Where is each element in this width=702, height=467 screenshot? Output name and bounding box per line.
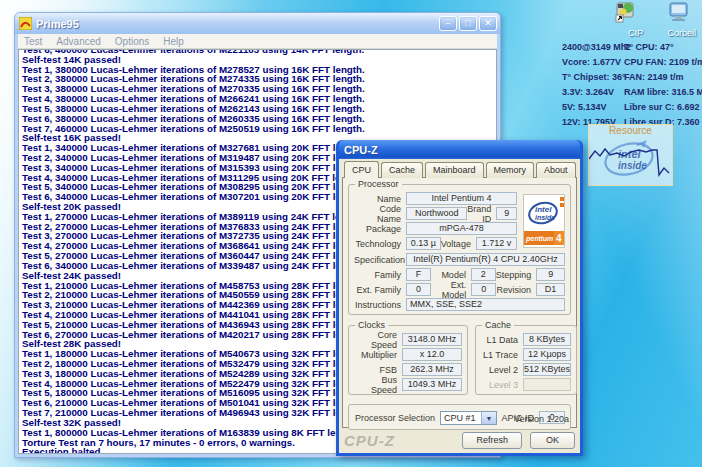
fsb-value: 262.3 MHz: [402, 363, 462, 376]
resource-widget: Resource intel inside: [588, 124, 673, 186]
sensor-line: RAM libre: 316.5 Mo: [624, 85, 702, 100]
name-value: Intel Pentium 4: [406, 192, 517, 205]
cpuz-footer-logo: CPU-Z: [344, 432, 454, 449]
cache-group-label: Cache: [482, 320, 514, 330]
svg-text:intel: intel: [535, 205, 552, 214]
prime95-menu-bar: TestAdvancedOptionsHelp: [18, 34, 497, 49]
prime95-app-icon: [19, 17, 32, 30]
multiplier-value: x 12.0: [402, 348, 462, 361]
menu-item[interactable]: Options: [115, 36, 149, 47]
clocks-group: Clocks Core Speed 3148.0 MHz Multiplier …: [348, 325, 468, 395]
ext-model-value: 0: [471, 283, 496, 296]
stepping-label: Stepping: [496, 270, 537, 280]
fsb-label: FSB: [354, 365, 402, 375]
sensor-line: Vcore: 1.677V: [562, 55, 624, 70]
package-label: Package: [354, 224, 406, 234]
clocks-group-label: Clocks: [355, 320, 388, 330]
version-text: Version 1.20a: [514, 414, 569, 424]
prime95-title-bar[interactable]: Prime95 – □ ✕: [15, 13, 500, 34]
ext-model-label: Ext. Model: [431, 280, 471, 300]
prime95-window-title: Prime95: [36, 18, 437, 30]
sensor-column-left: 2400@3149 MhzVcore: 1.677VT° Chipset: 36…: [562, 40, 624, 130]
specification-value: Intel(R) Pentium(R) 4 CPU 2.40GHz: [406, 253, 565, 266]
cpu-tab-page: Processor intel inside pentium 4: [342, 177, 577, 428]
resource-widget-title: Resource: [589, 125, 672, 137]
cpuz-window-title: CPU-Z: [344, 144, 580, 156]
stepping-value: 9: [536, 268, 565, 281]
sensor-line: CPU FAN: 2109 t/m: [624, 55, 702, 70]
brand-id-value: 9: [496, 207, 517, 220]
family-label: Family: [354, 270, 406, 280]
close-button[interactable]: ✕: [479, 16, 497, 31]
core-speed-value: 3148.0 MHz: [402, 333, 462, 346]
desktop-icon-cip[interactable]: CIP: [604, 1, 648, 38]
level3-label: Level 3: [481, 380, 523, 390]
processor-selection-value: CPU #1: [441, 412, 481, 424]
cpuz-title-bar[interactable]: CPU-Z: [339, 140, 580, 159]
svg-text:inside: inside: [618, 160, 647, 171]
code-name-label: Code Name: [354, 204, 406, 224]
sensor-readout-widget: 2400@3149 MhzVcore: 1.677VT° Chipset: 36…: [562, 40, 702, 130]
ok-button[interactable]: OK: [530, 432, 575, 449]
recycle-bin-icon: [655, 1, 701, 27]
sensor-column-right: T° CPU: 47°CPU FAN: 2109 t/mFAN: 2149 t/…: [624, 40, 702, 130]
level3-value: [523, 378, 571, 391]
ext-family-label: Ext. Family: [354, 285, 406, 295]
desktop-icon-corbeille[interactable]: Corbeil: [655, 1, 701, 38]
svg-text:pentium: pentium: [525, 235, 553, 243]
model-label: Model: [431, 270, 471, 280]
ext-family-value: 0: [406, 283, 431, 296]
voltage-value: 1.712 v: [476, 237, 517, 250]
l1-data-label: L1 Data: [481, 335, 523, 345]
sensor-line: T° Chipset: 36°: [562, 70, 624, 85]
sensor-line: Libre sur C: 6.692 Go: [624, 100, 702, 115]
svg-text:4: 4: [556, 233, 562, 244]
level2-label: Level 2: [481, 365, 523, 375]
processor-selection-dropdown[interactable]: CPU #1 ▼: [440, 411, 497, 425]
bus-speed-label: Bus Speed: [354, 375, 402, 395]
sensor-line: 2400@3149 Mhz: [562, 40, 624, 55]
tab-mainboard[interactable]: Mainboard: [425, 162, 484, 178]
cpuz-footer: CPU-Z Refresh OK: [344, 431, 575, 450]
refresh-button[interactable]: Refresh: [462, 432, 522, 449]
instructions-value: MMX, SSE, SSE2: [406, 298, 565, 311]
instructions-label: Instructions: [354, 300, 406, 310]
menu-item[interactable]: Help: [163, 36, 184, 47]
voltage-label: Voltage: [441, 239, 476, 249]
revision-value: D1: [536, 283, 565, 296]
desktop-icon-label: Corbeil: [655, 28, 701, 38]
resource-graph: intel inside: [589, 137, 672, 185]
menu-item[interactable]: Advanced: [56, 36, 100, 47]
sensor-line: FAN: 2149 t/m: [624, 70, 702, 85]
chevron-down-icon[interactable]: ▼: [481, 412, 496, 424]
processor-group-label: Processor: [355, 179, 402, 189]
menu-item[interactable]: Test: [24, 36, 42, 47]
multiplier-label: Multiplier: [354, 350, 402, 360]
desktop-icon-label: CIP: [604, 28, 648, 38]
pentium4-logo: intel inside pentium 4: [523, 194, 565, 248]
technology-label: Technology: [354, 239, 406, 249]
family-value: F: [406, 268, 431, 281]
name-label: Name: [354, 194, 406, 204]
cpuz-window: CPU-Z CPU Cache Mainboard Memory About P…: [336, 140, 583, 456]
cache-group: Cache L1 Data 8 KBytes L1 Trace 12 Kµops…: [475, 325, 577, 395]
sensor-line: 5V: 5.134V: [562, 100, 624, 115]
model-value: 2: [471, 268, 496, 281]
level2-value: 512 KBytes: [523, 363, 571, 376]
maximize-button[interactable]: □: [459, 16, 477, 31]
svg-text:inside: inside: [535, 214, 555, 221]
l1-data-value: 8 KBytes: [523, 333, 571, 346]
core-speed-label: Core Speed: [354, 330, 402, 350]
tab-memory[interactable]: Memory: [486, 162, 535, 178]
revision-label: Revision: [496, 285, 536, 295]
tab-about[interactable]: About: [536, 162, 576, 178]
sensor-line: T° CPU: 47°: [624, 40, 702, 55]
cip-shortcut-icon: [604, 1, 648, 27]
technology-value: 0.13 µ: [406, 237, 441, 250]
processor-selection-label: Processor Selection: [354, 413, 440, 423]
minimize-button[interactable]: –: [439, 16, 457, 31]
l1-trace-value: 12 Kµops: [523, 348, 571, 361]
tab-cpu[interactable]: CPU: [344, 161, 379, 178]
tab-cache[interactable]: Cache: [381, 162, 423, 178]
brand-id-label: Brand ID: [467, 204, 496, 224]
